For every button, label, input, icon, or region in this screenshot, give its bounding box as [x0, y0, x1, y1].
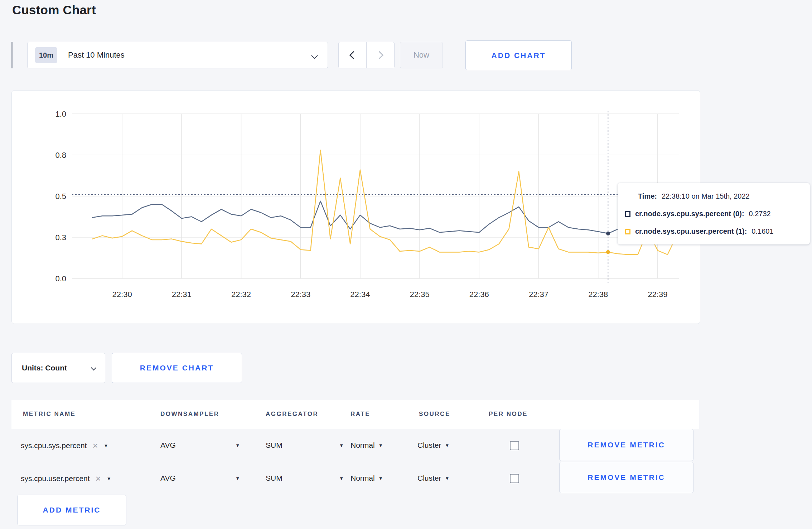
add-chart-button[interactable]: ADD CHART: [465, 40, 572, 70]
caret-down-icon: ▼: [235, 476, 240, 481]
chart-card: 0.00.30.50.81.022:3022:3122:3222:3322:34…: [11, 90, 700, 324]
chevron-left-icon: [349, 51, 358, 59]
caret-down-icon: ▼: [445, 443, 450, 448]
tooltip-series-value: 0.1601: [751, 227, 773, 236]
svg-text:22:33: 22:33: [291, 290, 310, 299]
custom-chart-page: Custom Chart 10m Past 10 Minutes Now ADD…: [0, 0, 812, 529]
downsampler-dropdown[interactable]: AVG ▼: [160, 441, 240, 450]
col-source: SOURCE: [419, 411, 450, 418]
source-value: Cluster: [417, 441, 441, 450]
chevron-down-icon: [91, 365, 97, 371]
col-aggregator: AGGREGATOR: [266, 411, 318, 418]
chevron-down-icon: [311, 52, 318, 59]
downsampler-value: AVG: [160, 441, 176, 450]
time-pager: [338, 42, 395, 68]
source-dropdown[interactable]: Cluster ▼: [417, 474, 449, 482]
tooltip-time-value: 22:38:10 on Mar 15th, 2022: [662, 192, 750, 200]
cpu-chart-canvas[interactable]: 0.00.30.50.81.022:3022:3122:3222:3322:34…: [12, 91, 700, 324]
units-select[interactable]: Units: Count: [11, 353, 105, 383]
downsampler-dropdown[interactable]: AVG ▼: [160, 474, 240, 482]
remove-chip-icon[interactable]: ×: [92, 441, 98, 450]
svg-text:22:37: 22:37: [529, 290, 548, 299]
svg-text:22:32: 22:32: [231, 290, 251, 299]
chart-tooltip: Time: 22:38:10 on Mar 15th, 2022 cr.node…: [618, 183, 810, 244]
svg-text:0.8: 0.8: [55, 151, 66, 160]
col-per-node: PER NODE: [489, 411, 528, 418]
caret-down-icon: ▼: [378, 443, 383, 448]
sys-series-swatch-icon: [625, 211, 630, 217]
per-node-checkbox[interactable]: [510, 441, 519, 450]
metric-name-chip[interactable]: sys.cpu.user.percent × ▼: [21, 474, 111, 483]
rate-value: Normal: [351, 441, 375, 450]
toolbar-left-divider: [11, 42, 13, 68]
time-range-label: Past 10 Minutes: [68, 50, 125, 60]
tooltip-series-label: cr.node.sys.cpu.sys.percent (0):: [635, 210, 744, 218]
col-metric-name: METRIC NAME: [23, 411, 76, 418]
downsampler-value: AVG: [160, 474, 176, 482]
tooltip-series-row: cr.node.sys.cpu.user.percent (1): 0.1601: [625, 227, 774, 236]
caret-down-icon: ▼: [445, 476, 450, 481]
tooltip-time-row: Time: 22:38:10 on Mar 15th, 2022: [638, 192, 750, 200]
col-rate: RATE: [351, 411, 370, 418]
rate-dropdown[interactable]: Normal ▼: [351, 441, 383, 450]
svg-text:0.5: 0.5: [55, 192, 66, 201]
source-dropdown[interactable]: Cluster ▼: [417, 441, 449, 450]
add-metric-button[interactable]: ADD METRIC: [17, 495, 126, 525]
col-downsampler: DOWNSAMPLER: [160, 411, 219, 418]
tooltip-series-label: cr.node.sys.cpu.user.percent (1):: [635, 227, 747, 236]
svg-text:22:30: 22:30: [112, 290, 132, 299]
prev-time-button[interactable]: [339, 42, 366, 68]
svg-text:22:39: 22:39: [648, 290, 667, 299]
svg-text:22:34: 22:34: [350, 290, 370, 299]
remove-chip-icon[interactable]: ×: [96, 474, 101, 483]
now-button[interactable]: Now: [400, 42, 443, 68]
caret-down-icon: ▼: [339, 476, 344, 481]
caret-down-icon: ▼: [339, 443, 344, 448]
next-time-button[interactable]: [367, 42, 394, 68]
svg-text:22:35: 22:35: [410, 290, 430, 299]
metric-name-label: sys.cpu.sys.percent: [21, 441, 87, 450]
aggregator-dropdown[interactable]: SUM ▼: [266, 474, 344, 482]
rate-dropdown[interactable]: Normal ▼: [351, 474, 383, 482]
svg-text:22:38: 22:38: [588, 290, 608, 299]
svg-text:22:36: 22:36: [469, 290, 489, 299]
user-series-swatch-icon: [625, 229, 630, 234]
chevron-right-icon: [375, 51, 383, 59]
time-range-badge: 10m: [35, 47, 57, 63]
units-label: Units: Count: [22, 364, 67, 372]
caret-down-icon: ▼: [378, 476, 383, 481]
remove-metric-button[interactable]: REMOVE METRIC: [559, 462, 693, 493]
aggregator-value: SUM: [266, 441, 282, 450]
caret-down-icon: ▼: [235, 443, 240, 448]
aggregator-dropdown[interactable]: SUM ▼: [266, 441, 344, 450]
tooltip-time-label: Time:: [638, 192, 657, 200]
svg-text:22:31: 22:31: [172, 290, 192, 299]
remove-chart-button[interactable]: REMOVE CHART: [112, 353, 242, 383]
metric-name-label: sys.cpu.user.percent: [21, 474, 90, 483]
caret-down-icon[interactable]: ▼: [107, 476, 111, 481]
per-node-checkbox[interactable]: [510, 474, 519, 483]
rate-value: Normal: [351, 474, 375, 482]
time-range-select[interactable]: 10m Past 10 Minutes: [27, 42, 328, 68]
tooltip-series-value: 0.2732: [749, 210, 771, 218]
aggregator-value: SUM: [266, 474, 282, 482]
source-value: Cluster: [417, 474, 441, 482]
metric-name-chip[interactable]: sys.cpu.sys.percent × ▼: [21, 441, 108, 450]
remove-metric-button[interactable]: REMOVE METRIC: [559, 429, 693, 461]
svg-text:1.0: 1.0: [55, 110, 66, 118]
caret-down-icon[interactable]: ▼: [104, 443, 108, 448]
metrics-table-header: METRIC NAME DOWNSAMPLER AGGREGATOR RATE …: [11, 400, 699, 429]
svg-text:0.3: 0.3: [55, 233, 66, 242]
page-title: Custom Chart: [12, 3, 96, 17]
svg-text:0.0: 0.0: [55, 274, 66, 283]
tooltip-series-row: cr.node.sys.cpu.sys.percent (0): 0.2732: [625, 210, 771, 218]
